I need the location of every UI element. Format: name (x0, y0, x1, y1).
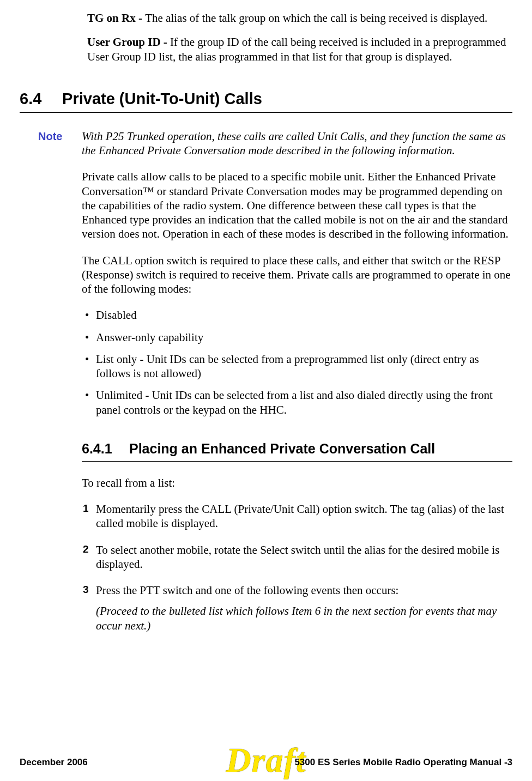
list-item: Momentarily press the CALL (Private/Unit… (96, 502, 512, 531)
page-footer: December 2006 5300 ES Series Mobile Radi… (20, 746, 512, 768)
footer-date: December 2006 (20, 757, 88, 768)
step-follow-text: (Proceed to the bulleted list which foll… (96, 604, 512, 633)
intro-text-1: The alias of the talk group on which the… (145, 11, 487, 25)
note-text: With P25 Trunked operation, these calls … (82, 129, 512, 158)
intro-label-1: TG on Rx - (87, 11, 145, 25)
list-item: To select another mobile, rotate the Sel… (96, 543, 512, 572)
step-text: Press the PTT switch and one of the foll… (96, 584, 398, 597)
step-text: Momentarily press the CALL (Private/Unit… (96, 502, 504, 530)
list-item: List only - Unit IDs can be selected fro… (96, 352, 512, 381)
steps-list: Momentarily press the CALL (Private/Unit… (82, 502, 512, 633)
section-number: 6.4 (20, 90, 58, 108)
recall-intro-text: To recall from a list: (82, 476, 512, 490)
bullet-list: Disabled Answer-only capability List onl… (82, 308, 512, 417)
section-title: Private (Unit-To-Unit) Calls (62, 90, 262, 107)
subsection-rule (82, 461, 512, 462)
step-text: To select another mobile, rotate the Sel… (96, 543, 499, 571)
recall-intro: To recall from a list: (82, 476, 512, 490)
intro-label-2: User Group ID - (87, 35, 170, 49)
page: TG on Rx - The alias of the talk group o… (0, 0, 532, 781)
note-row: Note With P25 Trunked operation, these c… (38, 129, 512, 158)
subsection-number: 6.4.1 (82, 441, 125, 457)
list-item: Unlimited - Unit IDs can be selected fro… (96, 388, 512, 417)
intro-paragraph-2: User Group ID - If the group ID of the c… (87, 35, 512, 64)
body-paragraph-2: The CALL option switch is required to pl… (82, 253, 512, 296)
section-heading: 6.4 Private (Unit-To-Unit) Calls (20, 90, 512, 108)
footer-manual-title: 5300 ES Series Mobile Radio Operating Ma… (294, 757, 512, 768)
intro-paragraph-1: TG on Rx - The alias of the talk group o… (87, 11, 512, 25)
subsection-heading: 6.4.1 Placing an Enhanced Private Conver… (82, 441, 512, 457)
list-item: Disabled (96, 308, 512, 322)
intro-block: TG on Rx - The alias of the talk group o… (87, 11, 512, 64)
subsection-title: Placing an Enhanced Private Conversation… (129, 441, 435, 456)
body-paragraph-1: Private calls allow calls to be placed t… (82, 169, 512, 241)
body-block: Private calls allow calls to be placed t… (82, 169, 512, 296)
list-item: Answer-only capability (96, 330, 512, 344)
note-label: Note (38, 129, 82, 158)
section-rule (20, 112, 512, 113)
list-item: Press the PTT switch and one of the foll… (96, 583, 512, 633)
